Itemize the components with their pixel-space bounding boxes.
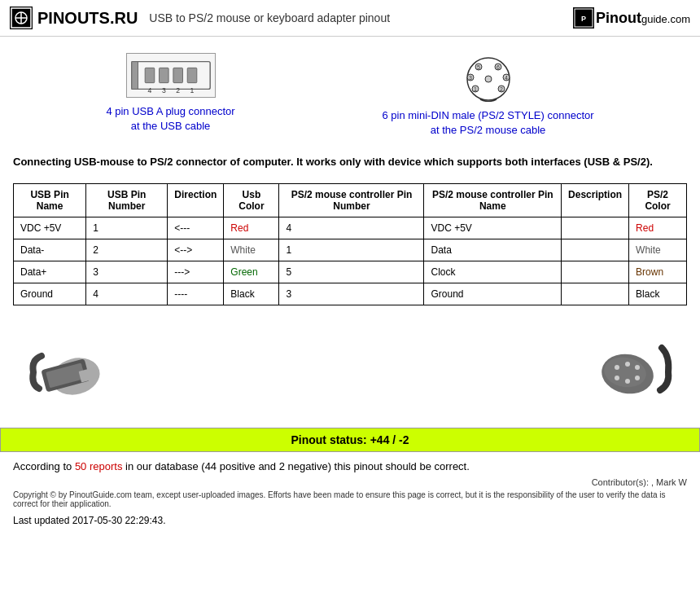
svg-text:6: 6: [497, 64, 500, 70]
usb-pin-num-cell: 3: [86, 261, 168, 283]
ps2-pin-num-cell: 4: [279, 217, 424, 239]
usb-connector-image: 4 3 2 1: [106, 53, 234, 98]
ps2-pin-name-cell: Clock: [424, 261, 562, 283]
header-left: PINOUTS.RU USB to PS/2 mouse or keyboard…: [10, 7, 390, 29]
svg-rect-8: [131, 62, 138, 90]
usb-color-cell: White: [224, 239, 279, 261]
description-cell: [562, 239, 629, 261]
svg-text:1: 1: [190, 86, 194, 94]
svg-point-42: [635, 376, 640, 380]
page-header: PINOUTS.RU USB to PS/2 mouse or keyboard…: [0, 0, 700, 37]
col-ps2-pin-name: PS/2 mouse controller Pin Name: [424, 183, 562, 217]
usb-connector-block: 4 3 2 1 4 pin USB A plug connector at th…: [106, 53, 234, 134]
status-bar: Pinout status: +44 / -2: [0, 428, 700, 452]
site-logo[interactable]: PINOUTS.RU: [10, 7, 138, 29]
usb-pin-name-cell: Ground: [14, 283, 86, 305]
ps2-pin-name-cell: VDC +5V: [424, 217, 562, 239]
col-usb-pin-name: USB Pin Name: [14, 183, 86, 217]
usb-color-cell: Green: [224, 261, 279, 283]
svg-text:2: 2: [500, 86, 503, 92]
pinout-table-section: USB Pin Name USB Pin Number Direction Us…: [0, 183, 700, 322]
usb-color-cell: Black: [224, 283, 279, 305]
usb-pin-name-cell: Data+: [14, 261, 86, 283]
ps2-color-cell: Brown: [629, 261, 687, 283]
col-direction: Direction: [168, 183, 224, 217]
direction-cell: <-->: [168, 239, 224, 261]
svg-point-30: [485, 76, 492, 82]
col-usb-color: Usb Color: [224, 183, 279, 217]
svg-text:3: 3: [469, 75, 472, 81]
svg-text:4: 4: [147, 86, 151, 94]
description-cell: [562, 217, 629, 239]
ps2-color-cell: White: [629, 239, 687, 261]
connectors-section: 4 3 2 1 4 pin USB A plug connector at th…: [0, 37, 700, 146]
svg-point-38: [625, 362, 630, 367]
guide-name-text: Pinoutguide.com: [596, 10, 690, 27]
ps2-pin-num-cell: 5: [279, 261, 424, 283]
guide-logo-icon: P: [573, 7, 594, 29]
svg-point-40: [615, 376, 619, 380]
ps2-connector-image: 1 2 3 4 5 6: [382, 53, 593, 102]
description-cell: [562, 261, 629, 283]
description-cell: [562, 283, 629, 305]
direction-cell: --->: [168, 261, 224, 283]
ps2-device-image: [578, 330, 676, 411]
usb-pin-num-cell: 2: [86, 239, 168, 261]
ps2-diagram: 1 2 3 4 5 6: [456, 53, 521, 102]
guide-logo[interactable]: P Pinoutguide.com: [573, 7, 690, 29]
usb-pin-name-cell: Data-: [14, 239, 86, 261]
ps2-connector-block: 1 2 3 4 5 6 6 pin mini-DIN ma: [382, 53, 593, 138]
footer: According to 50 reports in our database …: [0, 457, 700, 534]
col-description: Description: [562, 183, 629, 217]
svg-point-37: [615, 365, 619, 370]
usb-device-image: [24, 330, 122, 411]
footer-contributor: Contributor(s): , Mark W: [0, 476, 700, 489]
ps2-pin-num-cell: 3: [279, 283, 424, 305]
usb-pin-num-cell: 4: [86, 283, 168, 305]
footer-reports-text: According to 50 reports in our database …: [0, 457, 700, 476]
pinout-table: USB Pin Name USB Pin Number Direction Us…: [13, 183, 687, 305]
svg-text:3: 3: [161, 86, 165, 94]
svg-point-41: [625, 379, 630, 384]
col-usb-pin-num: USB Pin Number: [86, 183, 168, 217]
svg-rect-11: [173, 68, 182, 82]
svg-text:P: P: [581, 15, 586, 23]
usb-a-diagram: 4 3 2 1: [126, 53, 216, 98]
site-name-text: PINOUTS.RU: [37, 9, 138, 28]
direction-cell: ----: [168, 283, 224, 305]
device-images-section: [0, 322, 700, 428]
footer-updated: Last updated 2017-05-30 22:29:43.: [0, 513, 700, 534]
svg-text:2: 2: [176, 86, 180, 94]
table-header-row: USB Pin Name USB Pin Number Direction Us…: [14, 183, 687, 217]
usb-pin-name-cell: VDC +5V: [14, 217, 86, 239]
ps2-pin-name-cell: Data: [424, 239, 562, 261]
direction-cell: <---: [168, 217, 224, 239]
table-row: Data+3--->Green5ClockBrown: [14, 261, 687, 283]
site-logo-icon: [10, 7, 33, 29]
ps2-pin-num-cell: 1: [279, 239, 424, 261]
svg-point-39: [635, 365, 640, 370]
svg-text:5: 5: [477, 64, 480, 70]
usb-pin-num-cell: 1: [86, 217, 168, 239]
svg-rect-10: [159, 68, 168, 82]
svg-rect-9: [145, 68, 155, 82]
table-row: Data-2<-->White1DataWhite: [14, 239, 687, 261]
col-ps2-pin-num: PS/2 mouse controller Pin Number: [279, 183, 424, 217]
page-title-text: USB to PS/2 mouse or keyboard adapter pi…: [149, 11, 390, 24]
description-text: Connecting USB-mouse to PS/2 connector o…: [0, 146, 700, 183]
ps2-color-cell: Black: [629, 283, 687, 305]
col-ps2-color: PS/2 Color: [629, 183, 687, 217]
table-row: VDC +5V1<---Red4VDC +5VRed: [14, 217, 687, 239]
ps2-connector-link[interactable]: 6 pin mini-DIN male (PS/2 STYLE) connect…: [382, 109, 593, 136]
footer-copyright: Copyright © by PinoutGuide.com team, exc…: [0, 489, 700, 513]
ps2-pin-name-cell: Ground: [424, 283, 562, 305]
svg-text:1: 1: [474, 86, 477, 92]
table-row: Ground4----Black3GroundBlack: [14, 283, 687, 305]
ps2-color-cell: Red: [629, 217, 687, 239]
svg-text:4: 4: [505, 75, 508, 81]
usb-color-cell: Red: [224, 217, 279, 239]
reports-link[interactable]: 50 reports: [75, 460, 123, 472]
usb-connector-link[interactable]: 4 pin USB A plug connector at the USB ca…: [106, 105, 234, 132]
svg-rect-7: [131, 62, 209, 90]
svg-rect-12: [187, 68, 197, 82]
